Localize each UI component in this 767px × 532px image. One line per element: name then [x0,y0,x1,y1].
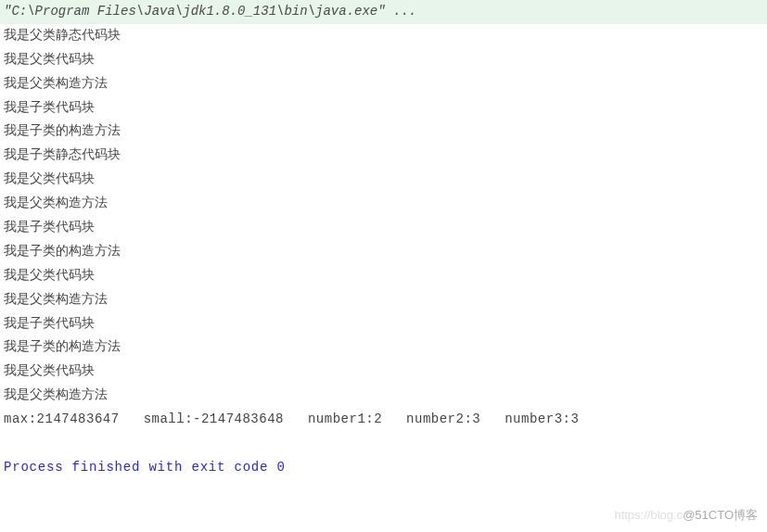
number3-value: 3 [570,412,579,426]
command-line: "C:\Program Files\Java\jdk1.8.0_131\bin\… [0,0,767,24]
max-label: max: [4,412,37,426]
output-line: 我是子类代码块 [0,312,767,336]
exit-message: Process finished with exit code 0 [0,456,767,480]
max-value: 2147483647 [37,412,120,426]
number2-label: number2: [406,412,472,426]
small-value: -2147483648 [193,412,284,426]
number1-label: number1: [308,412,374,426]
output-line: 我是父类静态代码块 [0,24,767,48]
number2-value: 3 [472,412,480,426]
output-line: 我是父类代码块 [0,168,767,192]
number1-value: 2 [374,412,382,426]
output-line: 我是子类代码块 [0,96,767,120]
watermark-url: https://blog.c [614,508,683,522]
console-output: "C:\Program Files\Java\jdk1.8.0_131\bin\… [0,0,767,480]
output-line: 我是父类构造方法 [0,288,767,312]
watermark-label: @51CTO博客 [683,508,758,522]
output-line: 我是父类构造方法 [0,72,767,96]
output-line: 我是子类的构造方法 [0,120,767,144]
output-line: 我是父类代码块 [0,264,767,288]
output-line: 我是父类构造方法 [0,192,767,216]
blank-line [0,432,767,456]
output-line: 我是子类代码块 [0,216,767,240]
output-lines-container: 我是父类静态代码块我是父类代码块我是父类构造方法我是子类代码块我是子类的构造方法… [0,24,767,408]
values-line: max:2147483647small:-2147483648number1:2… [0,408,767,432]
output-line: 我是父类构造方法 [0,384,767,408]
output-line: 我是子类静态代码块 [0,144,767,168]
number3-label: number3: [505,412,570,426]
small-label: small: [144,412,193,426]
output-line: 我是子类的构造方法 [0,336,767,360]
output-line: 我是父类代码块 [0,360,767,384]
watermark: https://blog.c@51CTO博客 [614,504,758,526]
output-line: 我是子类的构造方法 [0,240,767,264]
output-line: 我是父类代码块 [0,48,767,72]
